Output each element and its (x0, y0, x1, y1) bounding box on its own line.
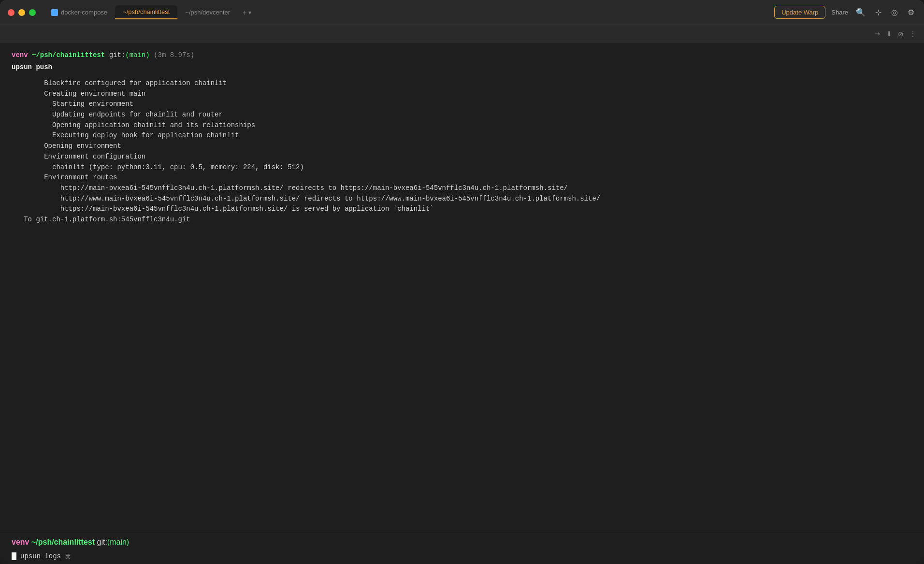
tab-devcenter[interactable]: ~/psh/devcenter (177, 6, 238, 19)
maximize-button[interactable] (29, 9, 36, 16)
output-line-6: Opening application chainlit and its rel… (12, 120, 912, 131)
output-line-1: Blackfire configured for application cha… (12, 78, 912, 89)
titlebar-right: Update Warp Share 🔍 ⊹ ◎ ⚙ (774, 6, 916, 19)
expand-icon[interactable]: ↗ (873, 29, 882, 39)
tab-docker-compose[interactable]: docker-compose (43, 6, 115, 19)
docker-icon (51, 9, 58, 16)
suggestion-icon: ⌘ (65, 553, 71, 560)
input-text[interactable]: upsun logs (20, 552, 61, 560)
prompt-time-1: (3m 8.97s) (154, 50, 194, 60)
prompt-line-1: venv ~/psh/chainlittest git: (main) (3m … (12, 50, 912, 60)
input-line[interactable]: upsun logs ⌘ (0, 549, 924, 564)
prompt-line-2: venv ~/psh/chainlittest git: (main) (12, 538, 912, 547)
prompt-git-branch-1: (main) (125, 50, 149, 60)
prompt-git-branch-2: (main) (107, 538, 129, 547)
prompt-git-prefix-1: git: (109, 50, 126, 60)
more-options-icon[interactable]: ⋮ (910, 30, 916, 38)
output-line-21: To git.ch-1.platform.sh:545vnfflc3n4u.gi… (12, 215, 912, 225)
close-button[interactable] (8, 9, 14, 16)
toolbar: ↗ ⬇ ⊘ ⋮ (0, 25, 924, 43)
prompt-git-prefix-2: git: (97, 538, 107, 547)
bookmark-icon[interactable]: ⊹ (873, 6, 883, 19)
output-line-5: Updating endpoints for chainlit and rout… (12, 110, 912, 120)
chevron-down-icon: ▾ (248, 9, 251, 16)
prompt-path-1: ~/psh/chainlittest (32, 50, 105, 60)
settings-icon[interactable]: ⚙ (906, 6, 916, 19)
location-icon[interactable]: ◎ (889, 6, 900, 19)
filter-icon[interactable]: ⊘ (898, 30, 904, 38)
output-line-10: Environment configuration (12, 152, 912, 162)
traffic-lights (8, 9, 36, 16)
terminal-content: venv ~/psh/chainlittest git: (main) (3m … (0, 43, 924, 564)
prompt-venv-1: venv (12, 50, 28, 60)
output-line-16: https://main-bvxea6i-545vnfflc3n4u.ch-1.… (12, 204, 912, 215)
output-line-15: http://www.main-bvxea6i-545vnfflc3n4u.ch… (12, 194, 912, 204)
cursor (12, 552, 16, 560)
output-line-11: chainlit (type: python:3.11, cpu: 0.5, m… (12, 162, 912, 173)
tab-chainlittest[interactable]: ~/psh/chainlittest (115, 5, 177, 19)
share-button[interactable]: Share (831, 9, 848, 16)
terminal-window: docker-compose ~/psh/chainlittest ~/psh/… (0, 0, 924, 564)
terminal-body: venv ~/psh/chainlittest git: (main) (3m … (0, 43, 924, 532)
output-line-3: Creating environment main (12, 89, 912, 100)
prompt-venv-2: venv (12, 538, 29, 547)
output-line-14: http://main-bvxea6i-545vnfflc3n4u.ch-1.p… (12, 183, 912, 194)
output-line-9: Opening environment (12, 141, 912, 152)
bottom-prompt-area: venv ~/psh/chainlittest git: (main) (0, 532, 924, 549)
search-icon[interactable]: 🔍 (854, 6, 867, 19)
prompt-path-2: ~/psh/chainlittest (31, 538, 95, 547)
output-block: Blackfire configured for application cha… (12, 78, 912, 225)
titlebar: docker-compose ~/psh/chainlittest ~/psh/… (0, 0, 924, 25)
update-warp-button[interactable]: Update Warp (774, 6, 825, 19)
download-icon[interactable]: ⬇ (886, 30, 892, 38)
minimize-button[interactable] (18, 9, 25, 16)
output-line-13: Environment routes (12, 173, 912, 183)
output-line-4: Starting environment (12, 99, 912, 110)
new-tab-button[interactable]: + ▾ (238, 6, 256, 19)
output-line-7: Executing deploy hook for application ch… (12, 130, 912, 141)
command-line: upsun push (12, 62, 912, 72)
